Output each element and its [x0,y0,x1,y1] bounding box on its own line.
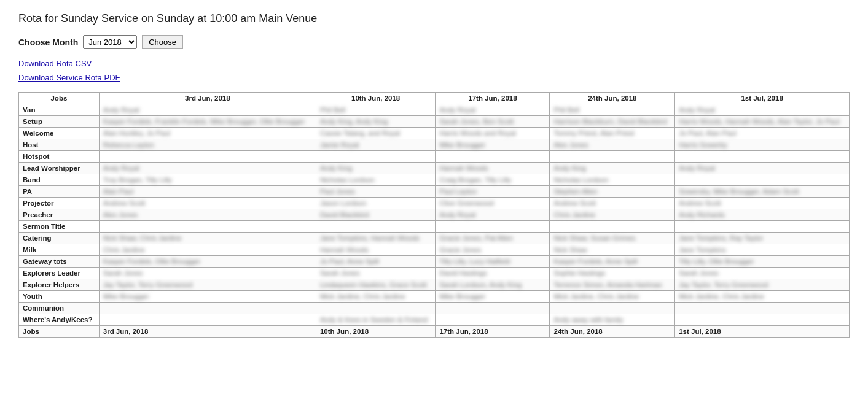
data-cell [675,303,850,314]
table-row: VanAndy RoyalPhil BellAndy RoyalPhil Bel… [19,104,850,116]
table-row: HostRebecca LaytonJamie RoyalMike Brougg… [19,139,850,151]
data-cell: Harris Woods and Royal [436,128,550,139]
data-cell: Hannah Woods [436,163,550,174]
data-cell: Sophie Hastings [550,268,675,279]
data-cell: Andy Royal [436,209,550,221]
data-cell: David Blackbird [316,209,436,221]
table-header-row: Jobs 3rd Jun, 2018 10th Jun, 2018 17th J… [19,93,850,104]
header-d4: 24th Jun, 2018 [550,93,675,104]
data-cell: Hannah Woods [316,244,436,256]
data-cell: Andy Royal [675,163,850,174]
table-row: MilkChris JardineHannah WoodsGracie Jone… [19,244,850,256]
job-cell: Communion [19,303,100,314]
data-cell: Nicholas Lordson [316,174,436,186]
table-row: Sermon Title [19,221,850,233]
data-cell [436,314,550,326]
data-cell [99,221,316,233]
data-cell: Andy King, Andy King [316,116,436,128]
job-cell: Van [19,104,100,116]
job-cell: PA [19,186,100,198]
data-cell: Sarah Jones [99,268,316,279]
data-cell: Chris Jardine [99,244,316,256]
data-cell: Jo Paul, Anne Spill [316,256,436,268]
data-cell: Alan Paul [99,186,316,198]
data-cell: Harris Woods, Hannah Woods, Alan Taylor,… [675,116,850,128]
table-row: Lead WorshipperAndy RoyalAndy KingHannah… [19,163,850,174]
data-cell: 1st Jul, 2018 [675,326,850,338]
data-cell: Alex Jones [550,139,675,151]
job-cell: Explorers Leader [19,268,100,279]
table-row: CateringNick Shaw, Chris JardineJane Tom… [19,233,850,244]
data-cell: Andy King [550,163,675,174]
data-cell: 17th Jun, 2018 [436,326,550,338]
table-row: ProjectorAndrew ScottJason LordsonClive … [19,198,850,209]
data-cell [99,314,316,326]
data-cell: Jane Tompkins, Ray Taylor [675,233,850,244]
data-cell [436,303,550,314]
data-cell: Mike Brougger [436,291,550,303]
data-cell: Tilly Lilly, Ollie Brougger [675,256,850,268]
job-cell: Hotspot [19,151,100,163]
data-cell [550,221,675,233]
data-cell: Andy Richards [675,209,850,221]
table-row: SetupKasper Fordele, Franklin Fordele, M… [19,116,850,128]
data-cell: Mick Jardine, Chris Jardine [316,291,436,303]
data-cell [675,151,850,163]
data-cell: Lindaqueen Hawkins, Grace Scott [316,279,436,291]
job-cell: Band [19,174,100,186]
data-cell: Gracie Jones, Pat Allen [436,233,550,244]
data-cell: Sarah Jones [316,268,436,279]
data-cell: Jay Taylor, Terry Greenwood [99,279,316,291]
job-cell: Setup [19,116,100,128]
header-jobs: Jobs [19,93,100,104]
data-cell: Nick Shaw [550,244,675,256]
data-cell: Paul Layton [436,186,550,198]
data-cell: Nick Shaw, Chris Jardine [99,233,316,244]
data-cell: Andrew Scott [550,198,675,209]
data-cell: Craig Brogan, Tilly Lilly [436,174,550,186]
data-cell: Alan Huntley, Jo Paul [99,128,316,139]
data-cell: Andy away with family [550,314,675,326]
data-cell: 24th Jun, 2018 [550,326,675,338]
rota-table: Jobs 3rd Jun, 2018 10th Jun, 2018 17th J… [18,92,850,338]
data-cell: Paul Jones [316,186,436,198]
data-cell [99,151,316,163]
data-cell: Andrew Scott [675,198,850,209]
data-cell [436,151,550,163]
table-row: Hotspot [19,151,850,163]
header-d2: 10th Jun, 2018 [316,93,436,104]
data-cell: Rebecca Layton [99,139,316,151]
download-csv-link[interactable]: Download Rota CSV [18,59,850,68]
table-row: YouthMike BrouggerMick Jardine, Chris Ja… [19,291,850,303]
table-row: BandTroy Brogan, Tilly LillyNicholas Lor… [19,174,850,186]
data-cell: Mick Jardine, Chris Jardine [550,291,675,303]
job-cell: Host [19,139,100,151]
data-cell [675,314,850,326]
data-cell: Cassie Talang, and Royal [316,128,436,139]
data-cell: Alex Jones [99,209,316,221]
data-cell: David Hastings [436,268,550,279]
data-cell: Chris Jardine [550,209,675,221]
data-cell: Andy Royal [675,104,850,116]
download-pdf-link[interactable]: Download Service Rota PDF [18,73,850,82]
table-row: Jobs3rd Jun, 201810th Jun, 201817th Jun,… [19,326,850,338]
data-cell: Nick Shaw, Susan Grimes [550,233,675,244]
job-cell: Milk [19,244,100,256]
month-select[interactable]: Jun 2018 Jan 2018 Feb 2018 Mar 2018 Apr … [83,35,137,49]
data-cell: Kasper Fordele, Franklin Fordele, Mike B… [99,116,316,128]
data-cell: Troy Brogan, Tilly Lilly [99,174,316,186]
data-cell: Andy Royal [436,104,550,116]
job-cell: Gateway tots [19,256,100,268]
job-cell: Preacher [19,209,100,221]
data-cell: Andy & Kees in Sweden & Finland [316,314,436,326]
data-cell: Andrew Scott [99,198,316,209]
data-cell: Andy King [316,163,436,174]
data-cell: Harrison Blackburn, David Blackbird [550,116,675,128]
data-cell: Clive Greenwood [436,198,550,209]
data-cell: Jamie Royal [316,139,436,151]
table-row: WelcomeAlan Huntley, Jo PaulCassie Talan… [19,128,850,139]
page-title: Rota for Sunday Service on Sunday at 10:… [18,12,850,25]
data-cell [550,303,675,314]
choose-button[interactable]: Choose [142,35,183,49]
data-cell: Sarah Jones, Ben Scott [436,116,550,128]
